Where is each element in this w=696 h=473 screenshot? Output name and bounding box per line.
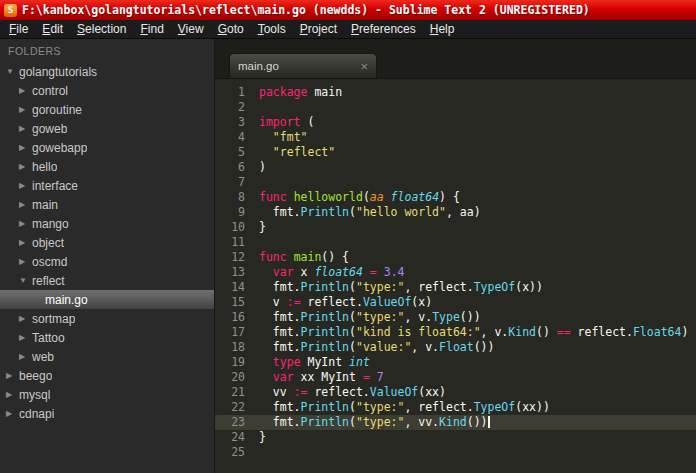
chevron-right-icon[interactable]: ▶ [19, 352, 32, 361]
title-bar[interactable]: S F:\kanbox\golangtutorials\reflect\main… [0, 0, 696, 20]
code-line-25[interactable]: 25 [215, 445, 696, 460]
chevron-right-icon[interactable]: ▶ [19, 257, 32, 266]
code-line-9[interactable]: 9 fmt.Println("hello world", aa) [215, 205, 696, 220]
chevron-right-icon[interactable]: ▶ [6, 371, 19, 380]
code-text [245, 235, 259, 250]
folder-item-beego[interactable]: ▶beego [0, 366, 214, 385]
menu-bar: FileEditSelectionFindViewGotoToolsProjec… [0, 20, 696, 39]
folder-item-object[interactable]: ▶object [0, 233, 214, 252]
tab-main.go[interactable]: main.go× [229, 53, 377, 78]
code-line-19[interactable]: 19 type MyInt int [215, 355, 696, 370]
tree-item-label: golangtutorials [19, 65, 97, 79]
chevron-right-icon[interactable]: ▶ [19, 219, 32, 228]
tree-item-label: gowebapp [32, 141, 87, 155]
folder-item-cdnapi[interactable]: ▶cdnapi [0, 404, 214, 423]
chevron-right-icon[interactable]: ▶ [19, 105, 32, 114]
folder-item-golangtutorials[interactable]: ▼golangtutorials [0, 62, 214, 81]
code-line-15[interactable]: 15 v := reflect.ValueOf(x) [215, 295, 696, 310]
menu-file[interactable]: File [2, 20, 35, 38]
folder-item-oscmd[interactable]: ▶oscmd [0, 252, 214, 271]
code-line-2[interactable]: 2 [215, 100, 696, 115]
code-line-20[interactable]: 20 var xx MyInt = 7 [215, 370, 696, 385]
menu-view[interactable]: View [171, 20, 211, 38]
code-text: var xx MyInt = 7 [245, 370, 384, 385]
folders-header: FOLDERS [0, 39, 214, 62]
chevron-right-icon[interactable]: ▶ [19, 162, 32, 171]
line-number: 25 [215, 445, 245, 460]
menu-tools[interactable]: Tools [251, 20, 293, 38]
code-line-18[interactable]: 18 fmt.Println("value:", v.Float()) [215, 340, 696, 355]
folder-item-hello[interactable]: ▶hello [0, 157, 214, 176]
folder-item-goweb[interactable]: ▶goweb [0, 119, 214, 138]
code-line-5[interactable]: 5 "reflect" [215, 145, 696, 160]
code-line-24[interactable]: 24} [215, 430, 696, 445]
line-number: 10 [215, 220, 245, 235]
code-text: var x float64 = 3.4 [245, 265, 404, 280]
folder-item-web[interactable]: ▶web [0, 347, 214, 366]
code-line-10[interactable]: 10} [215, 220, 696, 235]
menu-project[interactable]: Project [293, 20, 344, 38]
code-line-12[interactable]: 12func main() { [215, 250, 696, 265]
folder-item-sortmap[interactable]: ▶sortmap [0, 309, 214, 328]
chevron-right-icon[interactable]: ▶ [19, 333, 32, 342]
code-line-4[interactable]: 4 "fmt" [215, 130, 696, 145]
code-line-7[interactable]: 7 [215, 175, 696, 190]
line-number: 8 [215, 190, 245, 205]
code-text: ) [245, 160, 266, 175]
code-line-16[interactable]: 16 fmt.Println("type:", v.Type()) [215, 310, 696, 325]
window-title: F:\kanbox\golangtutorials\reflect\main.g… [22, 3, 590, 17]
code-line-13[interactable]: 13 var x float64 = 3.4 [215, 265, 696, 280]
folder-item-Tattoo[interactable]: ▶Tattoo [0, 328, 214, 347]
chevron-right-icon[interactable]: ▶ [6, 409, 19, 418]
folder-item-mysql[interactable]: ▶mysql [0, 385, 214, 404]
menu-goto[interactable]: Goto [211, 20, 251, 38]
sublime-window: S F:\kanbox\golangtutorials\reflect\main… [0, 0, 696, 473]
folder-item-reflect[interactable]: ▼reflect [0, 271, 214, 290]
folder-item-main[interactable]: ▶main [0, 195, 214, 214]
folder-item-goroutine[interactable]: ▶goroutine [0, 100, 214, 119]
tree-item-label: interface [32, 179, 78, 193]
menu-selection[interactable]: Selection [70, 20, 133, 38]
code-text: fmt.Println("hello world", aa) [245, 205, 481, 220]
folder-item-control[interactable]: ▶control [0, 81, 214, 100]
tree-item-label: sortmap [32, 312, 75, 326]
chevron-right-icon[interactable]: ▶ [19, 124, 32, 133]
code-line-3[interactable]: 3import ( [215, 115, 696, 130]
tab-close-icon[interactable]: × [360, 60, 368, 73]
chevron-down-icon[interactable]: ▼ [19, 276, 32, 285]
file-item-main.go[interactable]: main.go [0, 290, 214, 309]
code-text: } [245, 430, 266, 445]
code-text: "fmt" [245, 130, 307, 145]
code-line-11[interactable]: 11 [215, 235, 696, 250]
code-text: fmt.Println("type:", reflect.TypeOf(x)) [245, 280, 543, 295]
line-number: 7 [215, 175, 245, 190]
chevron-right-icon[interactable]: ▶ [19, 143, 32, 152]
code-text [245, 445, 259, 460]
folder-item-mango[interactable]: ▶mango [0, 214, 214, 233]
menu-find[interactable]: Find [133, 20, 170, 38]
code-line-14[interactable]: 14 fmt.Println("type:", reflect.TypeOf(x… [215, 280, 696, 295]
tree-item-label: main [32, 198, 58, 212]
chevron-right-icon[interactable]: ▶ [6, 390, 19, 399]
chevron-right-icon[interactable]: ▶ [19, 314, 32, 323]
chevron-right-icon[interactable]: ▶ [19, 181, 32, 190]
code-line-17[interactable]: 17 fmt.Println("kind is float64:", v.Kin… [215, 325, 696, 340]
tab-bar: main.go× [215, 39, 696, 79]
chevron-right-icon[interactable]: ▶ [19, 200, 32, 209]
code-editor[interactable]: 1package main23import (4 "fmt"5 "reflect… [215, 79, 696, 473]
chevron-down-icon[interactable]: ▼ [6, 67, 19, 76]
code-line-6[interactable]: 6) [215, 160, 696, 175]
menu-help[interactable]: Help [423, 20, 462, 38]
folder-item-gowebapp[interactable]: ▶gowebapp [0, 138, 214, 157]
code-line-1[interactable]: 1package main [215, 85, 696, 100]
chevron-right-icon[interactable]: ▶ [19, 86, 32, 95]
code-line-8[interactable]: 8func helloworld(aa float64) { [215, 190, 696, 205]
folder-item-interface[interactable]: ▶interface [0, 176, 214, 195]
code-line-22[interactable]: 22 fmt.Println("type:", reflect.TypeOf(x… [215, 400, 696, 415]
chevron-right-icon[interactable]: ▶ [19, 238, 32, 247]
code-line-21[interactable]: 21 vv := reflect.ValueOf(xx) [215, 385, 696, 400]
menu-preferences[interactable]: Preferences [344, 20, 423, 38]
menu-edit[interactable]: Edit [35, 20, 70, 38]
code-line-23[interactable]: 23 fmt.Println("type:", vv.Kind()) [215, 415, 696, 430]
text-cursor [488, 416, 490, 428]
